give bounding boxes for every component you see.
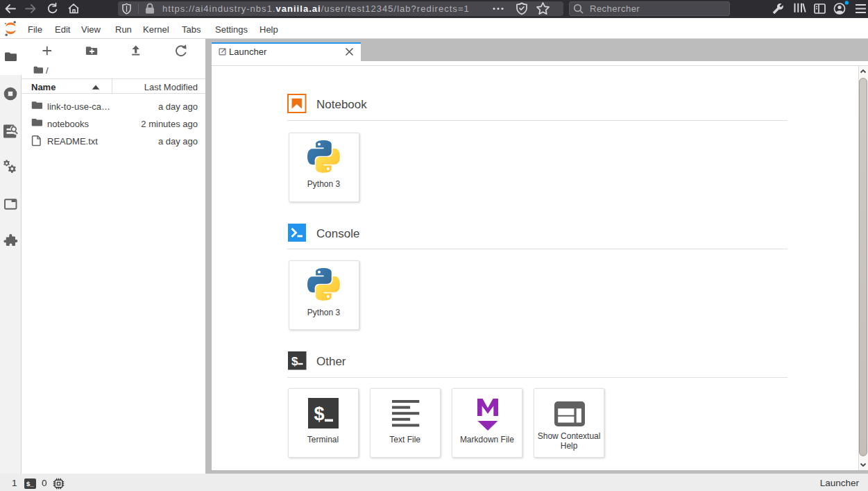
svg-text:$: $: [314, 403, 324, 424]
svg-text:$: $: [291, 355, 298, 368]
svg-text:/: /: [46, 65, 49, 76]
